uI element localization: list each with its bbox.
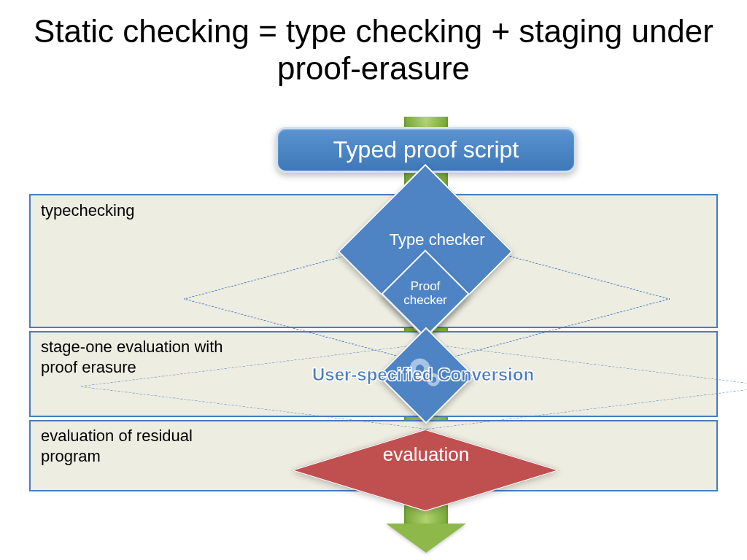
diagram-canvas: typechecking stage-one evaluation with p… [0,0,747,560]
typed-proof-script-label: Typed proof script [333,136,519,163]
flow-arrow-head [386,524,466,553]
phase-typechecking-label: typechecking [41,201,134,219]
conversion-label: User-specified Conversion [312,365,534,385]
type-checker-label: Type checker [390,230,485,249]
proof-checker-label: Proof checker [400,280,451,307]
phase-residual-label: evaluation of residual program [41,426,231,466]
evaluation-label: evaluation [353,443,499,466]
